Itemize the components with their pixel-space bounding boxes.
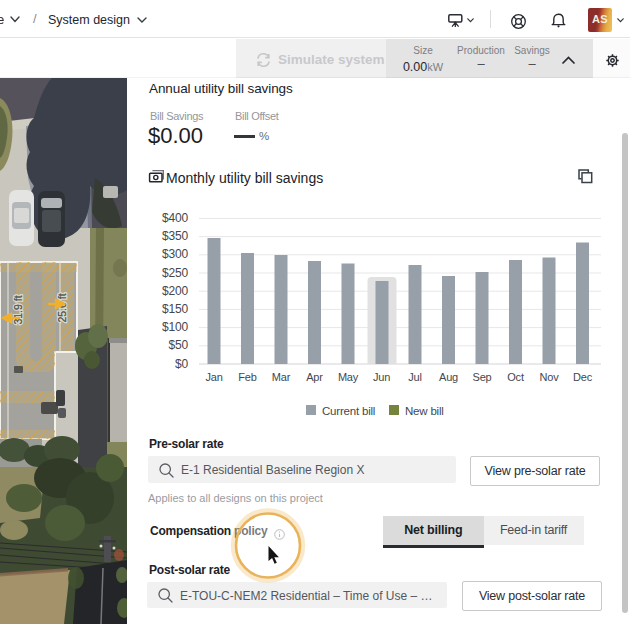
svg-text:Jul: Jul [408, 371, 421, 383]
svg-text:$0: $0 [175, 357, 188, 371]
svg-text:$250: $250 [162, 266, 188, 280]
svg-text:Feb: Feb [238, 371, 256, 383]
svg-text:Apr: Apr [306, 371, 323, 383]
svg-text:May: May [338, 371, 359, 383]
svg-text:Jan: Jan [205, 371, 222, 383]
svg-text:Jun: Jun [373, 371, 390, 383]
svg-text:Nov: Nov [540, 371, 560, 383]
svg-text:31.9 ft: 31.9 ft [12, 295, 24, 324]
svg-text:$100: $100 [162, 320, 188, 334]
svg-text:$150: $150 [162, 302, 188, 316]
svg-text:Aug: Aug [439, 371, 458, 383]
svg-text:$200: $200 [162, 284, 188, 298]
svg-text:$300: $300 [162, 247, 188, 261]
svg-text:$350: $350 [162, 229, 188, 243]
svg-text:Mar: Mar [272, 371, 291, 383]
svg-text:Dec: Dec [573, 371, 593, 383]
svg-text:Sep: Sep [473, 371, 492, 383]
svg-text:$50: $50 [169, 338, 189, 352]
svg-text:$400: $400 [162, 211, 188, 225]
svg-text:Oct: Oct [507, 371, 524, 383]
